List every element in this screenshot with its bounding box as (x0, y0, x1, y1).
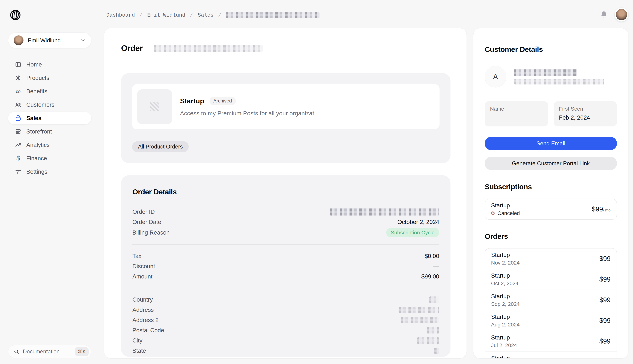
sidebar-item-settings[interactable]: Settings (8, 166, 91, 178)
order-date-value: October 2, 2024 (397, 219, 439, 226)
sidebar-item-products[interactable]: Products (8, 72, 91, 84)
generate-portal-link-button[interactable]: Generate Customer Portal Link (485, 156, 617, 170)
subscription-interval: / mo (603, 208, 610, 212)
sidebar-item-analytics[interactable]: Analytics (8, 139, 91, 151)
order-details-heading: Order Details (132, 188, 439, 196)
product-section: Startup Archived Access to my Premium Po… (121, 73, 450, 163)
customer-avatar: A (485, 66, 506, 88)
order-list-item[interactable]: Startup Aug 2, 2024 $99 (485, 310, 616, 331)
field-label: First Seen (559, 106, 612, 112)
sidebar-item-benefits[interactable]: ∞ Benefits (8, 85, 91, 98)
row-label: Billing Reason (132, 229, 170, 236)
order-list-item[interactable]: Startup Sep 2, 2024 $99 (485, 290, 616, 310)
all-product-orders-button[interactable]: All Product Orders (132, 141, 189, 152)
order-page-card: Order Startup Archived Access to my Prem… (104, 28, 467, 358)
order-price: $99 (599, 358, 610, 359)
product-name: Startup (180, 97, 204, 105)
order-date-row: Order Date October 2, 2024 (132, 217, 439, 227)
order-date: Sep 2, 2024 (491, 301, 520, 307)
sidebar-item-label: Analytics (26, 142, 50, 148)
page-title: Order (121, 44, 143, 53)
documentation-button[interactable]: Documentation ⌘K (8, 345, 91, 358)
sidebar-item-storefront[interactable]: Storefront (8, 126, 91, 138)
sidebar-item-home[interactable]: Home (8, 58, 91, 71)
total-row: Discount — (132, 261, 439, 272)
order-price: $99 (599, 276, 610, 283)
order-list-item[interactable]: Startup Nov 2, 2024 $99 (485, 248, 616, 269)
address2-row: Address 2 (132, 315, 439, 325)
shortcut-badge: ⌘K (75, 347, 89, 356)
sidebar-item-label: Finance (26, 155, 47, 162)
row-value: — (433, 263, 439, 270)
subscriptions-heading: Subscriptions (485, 182, 617, 191)
order-price: $99 (599, 338, 610, 345)
total-row: Amount $99.00 (132, 272, 439, 282)
row-label: Address 2 (132, 317, 159, 324)
benefits-icon: ∞ (15, 88, 22, 95)
row-label: State (132, 348, 146, 354)
order-product-name: Startup (491, 293, 520, 300)
order-date: Oct 2, 2024 (491, 280, 518, 286)
order-totals: Tax $0.00 Discount — Amount $99.00 (132, 251, 439, 282)
polar-logo-icon[interactable] (10, 9, 21, 21)
breadcrumb-organization[interactable]: Emil Widlund (147, 12, 185, 18)
sidebar-item-sales[interactable]: Sales (8, 112, 91, 124)
subscription-item[interactable]: Startup Canceled $99/ mo (485, 199, 616, 220)
finance-icon: $ (15, 155, 22, 162)
orders-list: Startup Nov 2, 2024 $99 Startup Oct 2, 2… (485, 248, 617, 358)
sidebar-item-label: Benefits (26, 88, 47, 95)
order-list-item[interactable]: Startup Oct 2, 2024 $99 (485, 269, 616, 290)
order-date: Jul 2, 2024 (491, 342, 517, 348)
sidebar: Emil Widlund Home Products ∞ Benefits Cu… (0, 0, 104, 364)
archived-badge: Archived (209, 97, 236, 105)
field-value: — (490, 114, 543, 121)
customer-details-panel: Customer Details A Name — First Seen Feb… (473, 28, 628, 358)
chevron-down-icon (80, 38, 86, 44)
subscription-cycle-badge: Subscription Cycle (386, 228, 439, 238)
breadcrumb: Dashboard / Emil Widlund / Sales / (106, 12, 320, 19)
placeholder-image-icon (150, 102, 159, 111)
order-product-name: Startup (491, 314, 520, 320)
sidebar-item-customers[interactable]: Customers (8, 98, 91, 111)
country-row: Country (132, 294, 439, 305)
row-label: Address (132, 306, 154, 313)
product-thumbnail (137, 90, 172, 124)
settings-icon (15, 168, 22, 175)
breadcrumb-separator: / (190, 12, 193, 18)
sales-icon (15, 115, 22, 122)
row-label: Amount (132, 273, 153, 280)
redacted-city (417, 337, 439, 344)
product-card[interactable]: Startup Archived Access to my Premium Po… (132, 84, 440, 129)
field-label: Name (490, 106, 543, 112)
address-row: Address (132, 305, 439, 315)
redacted-address (399, 307, 439, 313)
order-list-item[interactable]: Startup Jul 2, 2024 $99 (485, 331, 616, 352)
redacted-state (434, 348, 439, 354)
breadcrumb-dashboard[interactable]: Dashboard (106, 12, 135, 18)
profile-avatar[interactable] (615, 8, 628, 22)
row-label: Country (132, 296, 153, 303)
order-details-section: Order Details Order ID Order Date Octobe… (121, 175, 450, 357)
analytics-icon (15, 142, 22, 148)
redacted-customer-id (514, 79, 604, 84)
breadcrumb-separator: / (218, 12, 221, 18)
sidebar-item-label: Home (26, 61, 42, 68)
redacted-order-id (226, 12, 320, 18)
notifications-bell-icon[interactable] (600, 10, 608, 19)
row-value: $99.00 (421, 273, 439, 280)
sidebar-item-label: Settings (26, 168, 47, 175)
breadcrumb-separator: / (139, 12, 143, 18)
name-field: Name — (485, 101, 548, 126)
breadcrumb-sales[interactable]: Sales (198, 12, 214, 18)
order-price: $99 (599, 317, 610, 324)
redacted-postal-code (427, 327, 439, 334)
order-list-item[interactable]: Startup Jun 2, 2024 $99 (485, 352, 616, 358)
sidebar-item-label: Sales (26, 115, 42, 122)
row-label: City (132, 337, 142, 344)
sidebar-item-finance[interactable]: $ Finance (8, 152, 91, 164)
send-email-button[interactable]: Send Email (485, 137, 617, 150)
subscription-status: Canceled (497, 210, 520, 216)
field-value: Feb 2, 2024 (559, 114, 612, 121)
row-label: Order Date (132, 219, 161, 226)
organization-switcher[interactable]: Emil Widlund (8, 32, 91, 48)
